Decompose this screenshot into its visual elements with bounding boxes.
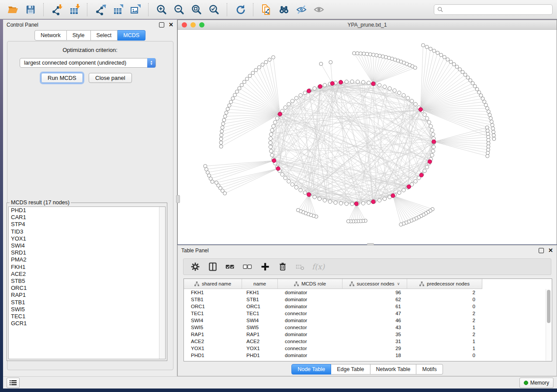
search-field[interactable] <box>445 6 549 13</box>
table-row[interactable]: TEC1 TEC1 connector 47 2 <box>184 310 552 317</box>
mcds-result-item[interactable]: SRD1 <box>9 249 165 256</box>
select-all-icon[interactable] <box>225 261 236 272</box>
toolbar-separator <box>253 3 254 16</box>
scrollbar-track[interactable] <box>546 289 551 361</box>
toolbar-separator <box>43 3 44 16</box>
export-image-icon[interactable] <box>127 2 144 17</box>
table-row[interactable]: RAP1 RAP1 dominator 35 2 <box>184 331 552 338</box>
mcds-result-item[interactable]: GCR1 <box>9 320 165 327</box>
network-graph <box>178 30 557 244</box>
split-columns-icon[interactable] <box>207 261 218 272</box>
table-body: FKH1 FKH1 dominator 96 2 STB1 STB1 domin… <box>184 289 552 359</box>
network-window-title: YPA_prune.txt_1 <box>178 22 557 28</box>
mcds-result-item[interactable]: PMA2 <box>9 256 165 263</box>
close-icon[interactable]: ✕ <box>548 248 553 253</box>
table-row[interactable]: PHD1 PHD1 dominator 18 0 <box>184 352 552 359</box>
toolbar-separator <box>227 3 228 16</box>
scrollbar-thumb[interactable] <box>547 290 550 323</box>
mcds-result-item[interactable]: SWI4 <box>9 242 165 249</box>
task-history-button[interactable] <box>7 378 20 388</box>
mcds-result-item[interactable]: TEC1 <box>9 313 165 320</box>
mcds-result-item[interactable]: STB1 <box>9 299 165 306</box>
table-panel-title: Table Panel <box>181 248 209 254</box>
import-table-icon[interactable] <box>66 2 83 17</box>
table-row[interactable]: ACE2 ACE2 connector 31 1 <box>184 338 552 345</box>
zoom-out-icon[interactable] <box>170 2 188 17</box>
node-table[interactable]: shared name name MCDS role successor nod… <box>183 279 552 361</box>
refresh-layout-icon[interactable] <box>232 2 249 17</box>
tab-style[interactable]: Style <box>67 30 91 41</box>
close-panel-button[interactable]: Close panel <box>89 73 132 83</box>
zoom-in-icon[interactable] <box>153 2 170 17</box>
chevron-up-down-icon: ▲▼ <box>147 58 156 68</box>
tab-edge-table[interactable]: Edge Table <box>331 364 370 375</box>
control-panel-title: Control Panel <box>7 22 38 28</box>
tab-mcds[interactable]: MCDS <box>118 30 145 41</box>
control-panel: Control Panel ✕ Network Style Select MCD… <box>3 20 177 376</box>
mcds-result-item[interactable]: STP4 <box>9 221 165 228</box>
mcds-result-list[interactable]: PHD1CAR1STP4TID3YOX1SWI4SRD1PMA2FKH1ACE2… <box>8 206 166 359</box>
close-icon[interactable]: ✕ <box>169 23 173 27</box>
zoom-selected-icon[interactable] <box>205 2 223 17</box>
table-row[interactable]: FKH1 FKH1 dominator 96 2 <box>184 289 552 296</box>
export-table-icon[interactable] <box>109 2 127 17</box>
attribute-type-icon <box>294 282 299 286</box>
column-header-name[interactable]: name <box>242 279 278 289</box>
mcds-result-item[interactable]: CAR1 <box>9 214 165 221</box>
tab-network-table[interactable]: Network Table <box>370 364 417 375</box>
table-row[interactable]: ORC1 ORC1 dominator 61 0 <box>184 303 552 310</box>
delete-table-icon <box>294 261 306 272</box>
deselect-all-icon[interactable] <box>242 261 253 272</box>
main-toolbar <box>0 0 557 19</box>
add-column-icon[interactable] <box>259 261 271 272</box>
table-row[interactable]: STB1 STB1 dominator 62 0 <box>184 296 552 303</box>
tab-network[interactable]: Network <box>35 30 67 41</box>
save-icon[interactable] <box>22 2 39 17</box>
float-window-icon[interactable] <box>159 22 164 28</box>
mcds-result-item[interactable]: ORC1 <box>9 285 165 292</box>
mcds-result-item[interactable]: TID3 <box>9 228 165 235</box>
mcds-result-item[interactable]: FKH1 <box>9 264 165 271</box>
import-network-icon[interactable] <box>48 2 66 17</box>
hide-selection-icon[interactable] <box>293 2 310 17</box>
mcds-result-title: MCDS result (17 nodes) <box>10 199 71 206</box>
column-header-successor-nodes[interactable]: successor nodes∨ <box>343 279 407 289</box>
clone-network-icon[interactable] <box>258 2 275 17</box>
tab-motifs[interactable]: Motifs <box>416 364 443 375</box>
search-input[interactable] <box>434 4 553 15</box>
binoculars-icon[interactable] <box>275 2 293 17</box>
mcds-result-item[interactable]: PHD1 <box>9 207 165 214</box>
network-canvas[interactable] <box>178 30 557 244</box>
optimization-criterion-select[interactable]: largest connected component (undirected)… <box>20 58 156 68</box>
run-mcds-button[interactable]: Run MCDS <box>41 73 83 83</box>
zoom-fit-icon[interactable] <box>188 2 205 17</box>
mcds-result-item[interactable]: ACE2 <box>9 271 165 278</box>
show-selection-icon[interactable] <box>310 2 328 17</box>
open-folder-icon[interactable] <box>4 2 22 17</box>
column-header-shared-name[interactable]: shared name <box>184 279 242 289</box>
memory-button[interactable]: Memory <box>519 378 554 388</box>
search-icon <box>437 7 443 12</box>
mcds-result-item[interactable]: YOX1 <box>9 235 165 242</box>
optimization-criterion-label: Optimization criterion: <box>3 47 177 53</box>
scrollbar-track[interactable] <box>159 207 165 359</box>
column-header-predecessor-nodes[interactable]: predecessor nodes <box>407 279 482 289</box>
table-row[interactable]: SWI4 SWI4 dominator 46 2 <box>184 317 552 324</box>
vertical-splitter-handle[interactable] <box>176 195 180 203</box>
gear-icon[interactable] <box>190 261 201 272</box>
table-header-row: shared name name MCDS role successor nod… <box>184 279 482 289</box>
mcds-result-item[interactable]: RAP1 <box>9 292 165 299</box>
network-window-titlebar[interactable]: YPA_prune.txt_1 <box>178 20 557 30</box>
control-panel-tabs: Network Style Select MCDS <box>3 30 177 41</box>
attribute-type-icon <box>194 282 199 286</box>
tab-node-table[interactable]: Node Table <box>291 364 331 375</box>
table-row[interactable]: SWI5 SWI5 connector 43 1 <box>184 324 552 331</box>
export-network-icon[interactable] <box>92 2 109 17</box>
mcds-result-item[interactable]: SWI5 <box>9 306 165 313</box>
column-header-mcds-role[interactable]: MCDS role <box>278 279 343 289</box>
mcds-result-item[interactable]: STB5 <box>9 278 165 285</box>
float-window-icon[interactable] <box>539 248 544 253</box>
table-row[interactable]: YOX1 YOX1 connector 29 1 <box>184 345 552 352</box>
delete-column-icon[interactable] <box>277 261 288 272</box>
tab-select[interactable]: Select <box>91 30 118 41</box>
